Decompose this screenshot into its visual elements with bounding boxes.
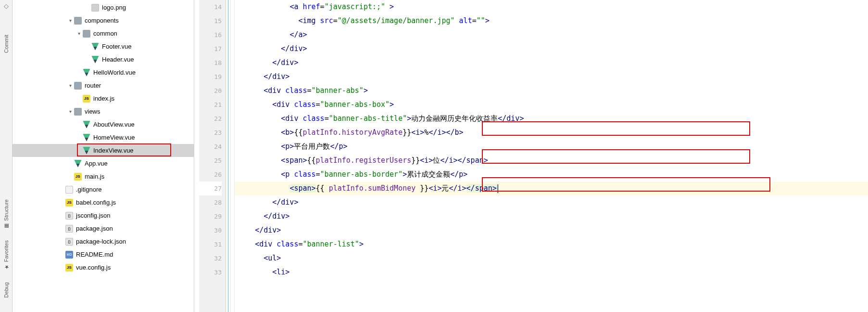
line-number[interactable]: 26 [199,168,222,182]
line-number[interactable]: 14 [199,0,222,14]
code-line[interactable]: <a href="javascript:;" > [235,0,868,14]
code-line[interactable]: <li> [235,265,868,279]
line-number[interactable]: 32 [199,251,222,265]
code-line[interactable]: </div> [235,42,868,56]
png-file-icon [91,4,99,12]
tree-item-babel-config-js[interactable]: ▸JSbabel.config.js [13,196,194,209]
fold-gutter[interactable] [226,0,235,312]
vue-file-icon [74,160,82,168]
code-line[interactable]: <ul> [235,251,868,265]
tree-item-common[interactable]: ▾common [13,27,194,40]
tree-item-package-json[interactable]: ▸{}package.json [13,222,194,235]
chevron-down-icon[interactable]: ▾ [67,18,73,23]
code-line[interactable]: <img src="@/assets/image/banner.jpg" alt… [235,14,868,28]
code-line[interactable]: <div class="banner-abs"> [235,84,868,98]
text-caret [498,184,498,193]
code-line[interactable]: </div> [235,195,868,209]
line-number[interactable]: 21 [199,98,222,112]
tree-item-label: babel.config.js [76,199,116,206]
tree-item-main-js[interactable]: ▸JSmain.js [13,170,194,183]
code-line[interactable]: </div> [235,209,868,223]
line-number[interactable]: 30 [199,223,222,237]
tree-item-header-vue[interactable]: ▸Header.vue [13,53,194,66]
line-number[interactable]: 27 [199,182,222,195]
code-line[interactable]: </a> [235,28,868,42]
chevron-down-icon[interactable]: ▾ [67,109,73,114]
tree-item-jsconfig-json[interactable]: ▸{}jsconfig.json [13,209,194,222]
rail-debug[interactable]: Debug [3,281,9,299]
tree-item-app-vue[interactable]: ▸App.vue [13,157,194,170]
folder-file-icon [83,30,90,38]
tree-item--gitignore[interactable]: ▸.gitignore [13,183,194,196]
line-number[interactable]: 20 [199,84,222,98]
code-line[interactable]: <p>平台用户数</p> [235,140,868,154]
tree-item-components[interactable]: ▾components [13,14,194,27]
tree-item-indexview-vue[interactable]: ▸IndexView.vue [13,144,194,157]
rail-favorites[interactable]: ★Favorites [3,239,9,271]
commit-icon[interactable]: ◇ [2,2,10,10]
json-file-icon: {} [65,238,73,246]
panel-divider[interactable] [194,0,199,312]
line-number[interactable]: 24 [199,140,222,154]
tree-item-label: index.js [93,95,114,102]
line-number[interactable]: 19 [199,70,222,84]
line-number[interactable]: 28 [199,195,222,209]
tree-item-label: README.md [76,251,113,258]
code-line[interactable]: </div> [235,56,868,70]
folder-file-icon [74,108,82,116]
tree-item-router[interactable]: ▾router [13,79,194,92]
chevron-down-icon[interactable]: ▾ [76,31,82,36]
line-number-gutter[interactable]: 1415161718192021222324252627282930313233 [199,0,226,312]
editor-pane: 1415161718192021222324252627282930313233… [199,0,868,312]
folder-file-icon [74,17,82,25]
line-number[interactable]: 22 [199,112,222,126]
line-number[interactable]: 16 [199,28,222,42]
code-line[interactable]: <div class="banner-abs-title">动力金融网历史年化收… [235,112,868,126]
folder-file-icon [74,82,82,90]
tree-item-footer-vue[interactable]: ▸Footer.vue [13,40,194,53]
rail-structure[interactable]: ▦Structure [3,198,9,230]
tree-item-aboutview-vue[interactable]: ▸AboutView.vue [13,118,194,131]
chevron-down-icon[interactable]: ▾ [67,83,73,88]
vue-file-icon [83,121,90,129]
line-number[interactable]: 29 [199,209,222,223]
tree-item-label: Footer.vue [102,43,131,50]
code-line[interactable]: </div> [235,70,868,84]
tree-item-index-js[interactable]: ▸JSindex.js [13,92,194,105]
tree-item-views[interactable]: ▾views [13,105,194,118]
tree-item-label: views [85,108,101,115]
tree-item-label: AboutView.vue [93,121,135,128]
code-line[interactable]: <span>{{ platInfo.sumBidMoney }}<i>元</i>… [235,182,868,195]
line-number[interactable]: 17 [199,42,222,56]
code-line[interactable]: <div class="banner-abs-box"> [235,98,868,112]
tree-item-label: Header.vue [102,56,134,63]
line-number[interactable]: 25 [199,154,222,168]
tree-item-label: IndexView.vue [93,147,134,154]
tree-item-label: main.js [85,173,104,180]
line-number[interactable]: 31 [199,237,222,251]
tree-item-helloworld-vue[interactable]: ▸HelloWorld.vue [13,66,194,79]
tree-item-label: logo.png [102,4,126,11]
json-file-icon: {} [65,225,73,233]
code-line[interactable]: <div class="banner-list"> [235,237,868,251]
tree-item-package-lock-json[interactable]: ▸{}package-lock.json [13,235,194,248]
tree-item-label: router [85,82,101,89]
tree-item-homeview-vue[interactable]: ▸HomeView.vue [13,131,194,144]
line-number[interactable]: 15 [199,14,222,28]
code-line[interactable]: <span>{{platInfo.registerUsers}}<i>位</i>… [235,154,868,168]
code-line[interactable]: <p class="banner-abs-border">累计成交金额</p> [235,168,868,182]
vue-file-icon [83,134,90,142]
code-text-area[interactable]: <a href="javascript:;" > <img src="@/ass… [235,0,868,312]
code-line[interactable]: </div> [235,223,868,237]
code-line[interactable]: <b>{{platInfo.historyAvgRate}}<i>%</i></… [235,126,868,140]
tree-item-label: package.json [76,225,113,232]
tree-item-readme-md[interactable]: ▸MDREADME.md [13,248,194,261]
rail-commit[interactable]: Commit [3,34,9,54]
line-number[interactable]: 18 [199,56,222,70]
line-number[interactable]: 23 [199,126,222,140]
line-number[interactable]: 33 [199,265,222,279]
project-file-tree[interactable]: ▸logo.png▾components▾common▸Footer.vue▸H… [13,0,194,312]
tree-item-label: vue.config.js [76,264,111,271]
tree-item-vue-config-js[interactable]: ▸JSvue.config.js [13,261,194,274]
tree-item-logo-png[interactable]: ▸logo.png [13,1,194,14]
